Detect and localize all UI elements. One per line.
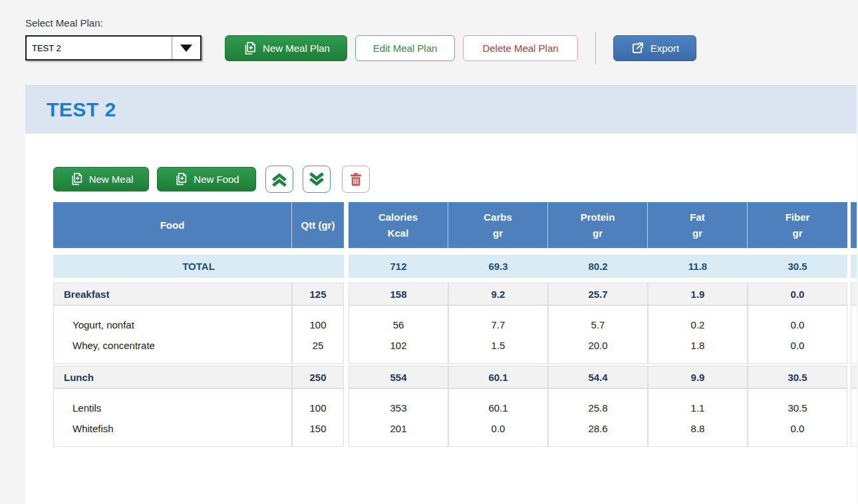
food-row-protein[interactable]: 25.8 [549,398,647,418]
move-down-button[interactable] [303,166,331,193]
food-row-calories[interactable]: 201 [349,418,448,439]
food-row-qtt[interactable]: 150 [293,418,343,439]
food-cutoff [851,388,857,447]
table-gap [344,388,349,447]
meal-carbs: 60.1 [448,366,548,388]
food-row-qtt[interactable]: 100 [293,315,343,335]
chevron-down-icon [180,45,192,52]
food-row-protein[interactable]: 5.7 [549,315,647,335]
meal-fat: 1.9 [648,283,748,305]
food-row-carbs[interactable]: 1.5 [449,335,547,356]
edit-meal-plan-button[interactable]: Edit Meal Plan [355,35,455,61]
new-food-label: New Food [194,174,239,185]
delete-meal-plan-button[interactable]: Delete Meal Plan [463,35,578,61]
food-row-fiber[interactable]: 0.0 [748,315,847,335]
food-row-name[interactable]: Whitefish [54,418,291,439]
food-row-carbs[interactable]: 60.1 [449,398,547,418]
total-fiber: 30.5 [748,255,847,278]
food-row-name[interactable]: Yogurt, nonfat [54,315,291,335]
double-chevron-down-icon [308,171,325,188]
new-document-icon [69,172,83,186]
meal-protein: 25.7 [548,283,648,305]
food-row-fat[interactable]: 1.8 [648,335,747,356]
column-header-sub: gr [692,225,702,241]
food-row-calories[interactable]: 56 [349,315,448,335]
move-up-button[interactable] [265,166,293,193]
panel-title: TEST 2 [47,98,116,121]
column-header-label: Carbs [484,209,512,225]
new-document-icon [242,41,257,56]
table-gap [344,366,349,388]
meal-row[interactable]: Lunch25055460.154.49.930.5 [53,366,857,388]
column-header-label: Protein [581,209,615,225]
total-calories: 712 [349,255,448,278]
new-meal-plan-label: New Meal Plan [263,43,330,54]
food-row-calories[interactable]: 353 [349,398,448,418]
food-cutoff [851,305,857,364]
meal-fiber: 30.5 [748,366,847,388]
food-row-fat[interactable]: 8.8 [648,418,747,439]
column-header-carbs: Carbsgr [448,202,548,248]
export-button[interactable]: Export [613,35,696,61]
food-qtt-column: 10025 [292,305,344,364]
table-total-row: TOTAL71269.380.211.830.5 [53,255,857,278]
food-row-protein[interactable]: 20.0 [549,335,647,356]
meal-row[interactable]: Breakfast1251589.225.71.90.0 [53,283,857,305]
food-row-fat[interactable]: 0.2 [648,315,747,335]
food-row-carbs[interactable]: 0.0 [449,418,547,439]
meal-calories: 554 [349,366,448,388]
food-carbs-column: 60.10.0 [448,388,548,447]
food-row-name[interactable]: Whey, concentrate [54,335,291,356]
table-gap [344,255,349,278]
meal-plan-select-arrow[interactable] [172,37,200,59]
meal-protein: 54.4 [548,366,648,388]
food-row-fiber[interactable]: 0.0 [748,418,847,439]
food-row-fiber[interactable]: 0.0 [748,335,847,356]
delete-row-button[interactable] [342,166,370,193]
food-carbs-column: 7.71.5 [448,305,548,364]
new-food-button[interactable]: New Food [157,167,256,191]
trash-icon [348,172,364,188]
food-row-calories[interactable]: 102 [349,335,448,356]
column-header-sub: gr [493,225,503,241]
food-row-fiber[interactable]: 30.5 [748,398,847,418]
column-header-sub: Kcal [388,225,409,241]
meal-carbs: 9.2 [448,283,548,305]
meal-cutoff [851,366,857,388]
column-header-fat: Fatgr [648,202,748,248]
food-fat-column: 1.18.8 [648,388,748,447]
column-header-label: Fiber [786,209,810,225]
new-document-icon [174,172,188,186]
food-row-protein[interactable]: 28.6 [549,418,647,439]
meal-plan-select[interactable]: TEST 2 [25,35,202,61]
column-header-food: Food [53,202,292,248]
food-block: LentilsWhitefish10015035320160.10.025.82… [53,388,857,447]
food-row-carbs[interactable]: 7.7 [449,315,547,335]
meal-fat: 9.9 [648,366,748,388]
food-row-fat[interactable]: 1.1 [648,398,747,418]
column-header-protein: Proteingr [548,202,648,248]
toolbar-divider [595,32,596,64]
meal-plan-panel: TEST 2 New Meal New Food [25,85,857,504]
delete-meal-plan-label: Delete Meal Plan [482,43,558,54]
table-row-spacer [53,278,857,283]
food-protein-column: 5.720.0 [548,305,648,364]
column-header-cutoff [851,202,857,248]
food-calories-column: 353201 [349,388,448,447]
export-icon [631,41,644,55]
food-row-qtt[interactable]: 25 [293,335,343,356]
table-gap [344,202,349,248]
column-header-sub: gr [593,225,603,241]
food-row-qtt[interactable]: 100 [293,398,343,418]
panel-header: TEST 2 [25,86,857,134]
table-row-spacer [53,248,857,255]
food-row-name[interactable]: Lentils [54,398,291,418]
food-name-column: Yogurt, nonfatWhey, concentrate [53,305,292,364]
meal-fiber: 0.0 [748,283,847,305]
new-meal-button[interactable]: New Meal [53,167,149,191]
column-header-fiber: Fibergr [748,202,847,248]
column-header-calories: CaloriesKcal [349,202,448,248]
select-meal-plan-label: Select Meal Plan: [25,17,103,29]
new-meal-plan-button[interactable]: New Meal Plan [225,35,347,61]
meal-table: FoodQtt (gr)CaloriesKcalCarbsgrProteingr… [53,202,857,447]
